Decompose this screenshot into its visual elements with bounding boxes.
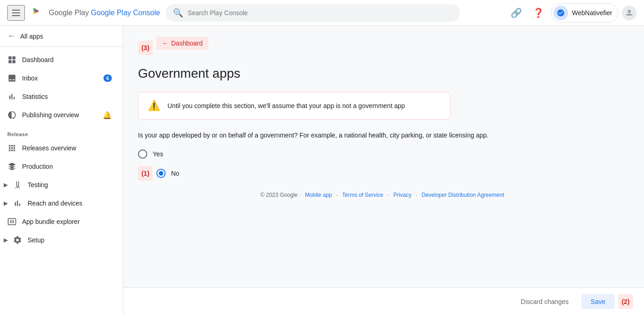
sidebar-item-label: Testing — [28, 181, 48, 189]
sidebar-item-setup[interactable]: ▶ Setup — [0, 231, 119, 249]
sidebar-item-label: Statistics — [22, 93, 48, 100]
svg-point-2 — [628, 10, 631, 13]
warning-box: ⚠️ Until you complete this section, we'l… — [138, 92, 451, 120]
expand-icon: ▶ — [4, 237, 8, 243]
svg-rect-3 — [9, 57, 12, 60]
setup-icon — [13, 235, 22, 245]
action-bar: Discard changes Save (2) — [123, 287, 644, 315]
sidebar-item-label: Publishing overview — [22, 111, 79, 119]
footer-sep: · — [387, 192, 391, 198]
user-chip[interactable]: WebNativefier — [551, 3, 618, 23]
annotation-1: (1) — [138, 166, 153, 181]
production-icon — [7, 162, 17, 171]
main-layout: ← All apps Dashboard Inbox 6 — [0, 26, 644, 315]
sidebar-item-dashboard[interactable]: Dashboard — [0, 51, 119, 69]
footer-sep: · — [416, 192, 419, 198]
radio-no-label: No — [171, 170, 179, 177]
sidebar-item-label: Setup — [28, 236, 45, 244]
expand-icon: ▶ — [4, 182, 8, 188]
app-logo[interactable]: Google Play Google Play Console — [30, 6, 160, 20]
sidebar-item-label: Inbox — [22, 74, 38, 82]
footer-link-dda[interactable]: Developer Distribution Agreement — [421, 192, 504, 198]
radio-no-row: (1) No — [138, 166, 629, 181]
user-name: WebNativefier — [572, 9, 612, 17]
sidebar-item-reach-devices[interactable]: ▶ Reach and devices — [0, 194, 119, 212]
search-bar[interactable]: 🔍 — [166, 4, 460, 22]
sidebar-item-inbox[interactable]: Inbox 6 — [0, 69, 119, 87]
save-button[interactable]: Save — [581, 294, 615, 309]
inbox-badge: 6 — [104, 74, 112, 82]
search-input[interactable] — [188, 9, 453, 17]
radio-yes-circle[interactable] — [138, 149, 147, 159]
radio-yes-label: Yes — [153, 150, 163, 158]
back-arrow-icon: ← — [7, 31, 16, 41]
release-section-label: Release — [0, 124, 123, 139]
content-area: (3) ← Dashboard Government apps ⚠️ Until… — [123, 26, 644, 315]
breadcrumb-arrow-icon: ← — [162, 40, 168, 47]
breadcrumb-row: (3) ← Dashboard — [138, 37, 629, 59]
link-icon-button[interactable]: 🔗 — [507, 4, 525, 22]
footer-link-mobile[interactable]: Mobile app — [305, 192, 332, 198]
sidebar-item-testing[interactable]: ▶ Testing — [0, 176, 119, 194]
footer-sep: · — [336, 192, 339, 198]
sidebar-item-label: Releases overview — [22, 144, 76, 152]
annotation-3: (3) — [138, 40, 153, 55]
page-footer: © 2023 Google · Mobile app · Terms of Se… — [138, 181, 629, 209]
search-icon: 🔍 — [173, 8, 183, 18]
testing-icon — [13, 180, 22, 189]
sidebar-nav: Dashboard Inbox 6 Statistics — [0, 47, 123, 253]
annotation-2: (2) — [618, 294, 633, 309]
sidebar-item-label: Reach and devices — [28, 200, 82, 207]
copyright: © 2023 Google — [260, 192, 298, 198]
breadcrumb[interactable]: ← Dashboard — [156, 37, 208, 50]
statistics-icon — [7, 92, 17, 101]
svg-rect-4 — [12, 57, 16, 60]
dashboard-icon — [7, 55, 17, 64]
discard-button[interactable]: Discard changes — [513, 294, 576, 309]
radio-no[interactable]: No — [156, 169, 179, 178]
sidebar-item-label: Production — [22, 163, 53, 170]
sidebar-item-statistics[interactable]: Statistics — [0, 87, 119, 106]
bundle-icon — [7, 217, 17, 226]
page-title: Government apps — [138, 66, 629, 81]
svg-rect-0 — [30, 6, 45, 20]
expand-icon: ▶ — [4, 200, 8, 206]
footer-sep: · — [299, 192, 302, 198]
sidebar-item-app-bundle-explorer[interactable]: App bundle explorer — [0, 212, 119, 231]
all-apps-button[interactable]: ← All apps — [0, 26, 123, 47]
warning-text: Until you complete this section, we'll a… — [167, 102, 405, 109]
sidebar-item-publishing-overview[interactable]: Publishing overview 🔔 — [0, 106, 119, 124]
content-main: (3) ← Dashboard Government apps ⚠️ Until… — [123, 26, 644, 287]
radio-group: Yes (1) No — [138, 149, 629, 181]
all-apps-label: All apps — [20, 33, 43, 40]
releases-icon — [7, 143, 17, 153]
breadcrumb-label: Dashboard — [171, 40, 203, 47]
user-avatar[interactable] — [622, 6, 637, 20]
menu-button[interactable] — [7, 5, 25, 21]
sidebar-item-releases-overview[interactable]: Releases overview — [0, 139, 119, 157]
sidebar: ← All apps Dashboard Inbox 6 — [0, 26, 123, 315]
sidebar-item-label: Dashboard — [22, 56, 54, 63]
inbox-icon — [7, 74, 17, 83]
help-icon-button[interactable]: ❓ — [529, 4, 547, 22]
question-text: Is your app developed by or on behalf of… — [138, 131, 629, 140]
svg-rect-5 — [9, 60, 12, 63]
avatar-icon — [553, 6, 568, 20]
publishing-icon — [7, 110, 17, 120]
app-header: Google Play Google Play Console 🔍 🔗 ❓ We… — [0, 0, 644, 26]
save-row: Save (2) — [581, 294, 633, 309]
logo-text: Google Play Google Play Console — [49, 9, 160, 17]
radio-no-circle[interactable] — [156, 169, 166, 178]
footer-link-privacy[interactable]: Privacy — [393, 192, 411, 198]
radio-yes[interactable]: Yes — [138, 149, 629, 159]
bell-icon: 🔔 — [103, 111, 112, 120]
warning-icon: ⚠️ — [148, 100, 160, 112]
sidebar-item-production[interactable]: Production — [0, 157, 119, 176]
reach-icon — [13, 199, 22, 208]
header-actions: 🔗 ❓ WebNativefier — [507, 3, 637, 23]
svg-rect-6 — [12, 60, 16, 63]
sidebar-item-label: App bundle explorer — [22, 218, 80, 225]
footer-link-tos[interactable]: Terms of Service — [342, 192, 383, 198]
